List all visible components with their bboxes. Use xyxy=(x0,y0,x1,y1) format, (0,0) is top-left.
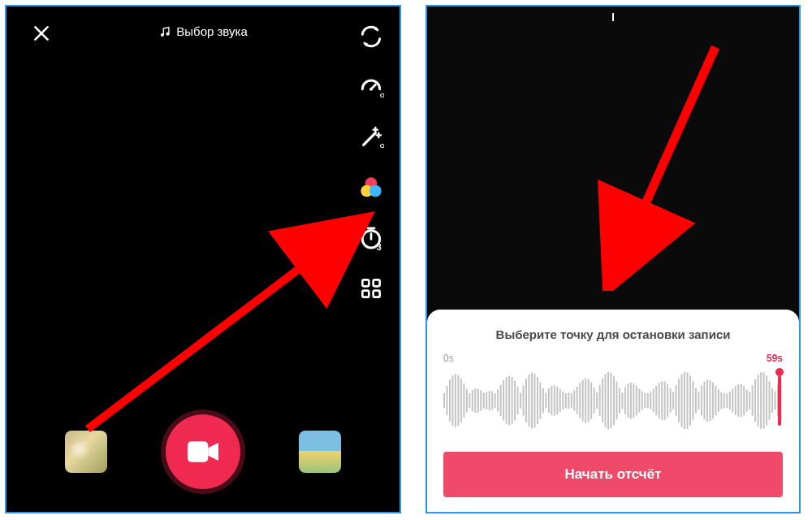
svg-rect-66 xyxy=(577,387,578,414)
svg-rect-50 xyxy=(531,373,533,429)
svg-rect-52 xyxy=(537,377,538,424)
beauty-button[interactable]: OFF xyxy=(357,124,385,151)
svg-rect-123 xyxy=(737,384,739,417)
svg-rect-80 xyxy=(615,381,617,419)
svg-rect-39 xyxy=(500,385,502,417)
svg-rect-109 xyxy=(698,392,700,410)
waveform-start-label: 0s xyxy=(443,353,454,364)
svg-rect-41 xyxy=(506,377,508,423)
svg-rect-55 xyxy=(545,392,546,408)
svg-rect-15 xyxy=(374,291,380,297)
filters-button[interactable] xyxy=(357,174,385,202)
start-countdown-button[interactable]: Начать отсчёт xyxy=(443,452,783,497)
svg-rect-101 xyxy=(676,385,677,416)
svg-rect-83 xyxy=(624,387,626,414)
svg-rect-24 xyxy=(457,375,459,427)
svg-point-0 xyxy=(161,33,164,37)
svg-rect-36 xyxy=(491,392,493,410)
svg-rect-68 xyxy=(582,379,584,421)
svg-rect-127 xyxy=(749,392,750,410)
close-button[interactable] xyxy=(31,23,52,47)
svg-rect-126 xyxy=(746,390,748,412)
svg-rect-117 xyxy=(720,392,722,410)
timer-3s-icon: 3 xyxy=(358,225,384,251)
sound-select-button[interactable]: Выбор звука xyxy=(158,24,247,38)
svg-rect-14 xyxy=(362,291,369,297)
svg-rect-114 xyxy=(712,383,714,419)
svg-rect-31 xyxy=(477,388,479,412)
svg-rect-34 xyxy=(486,392,487,410)
svg-rect-53 xyxy=(539,382,541,418)
svg-rect-38 xyxy=(497,389,499,411)
speed-button[interactable]: OFF xyxy=(357,73,385,101)
timer-button[interactable]: 3 xyxy=(357,224,385,252)
video-camera-icon xyxy=(188,440,218,463)
svg-rect-116 xyxy=(718,389,719,412)
waveform-selector[interactable]: 0s 59s xyxy=(443,353,783,432)
svg-rect-85 xyxy=(630,383,632,419)
svg-rect-51 xyxy=(533,374,535,428)
svg-rect-25 xyxy=(460,379,462,422)
gallery-button[interactable] xyxy=(299,431,341,473)
svg-rect-74 xyxy=(599,385,601,416)
svg-rect-134 xyxy=(769,381,771,419)
svg-rect-22 xyxy=(451,375,453,426)
flip-camera-button[interactable] xyxy=(357,23,385,50)
svg-rect-57 xyxy=(551,386,552,415)
svg-rect-28 xyxy=(469,393,470,408)
svg-point-8 xyxy=(369,185,382,197)
svg-rect-40 xyxy=(503,380,504,420)
svg-rect-111 xyxy=(703,382,705,420)
svg-rect-136 xyxy=(775,391,776,410)
svg-rect-42 xyxy=(508,376,510,426)
svg-rect-75 xyxy=(602,379,603,422)
svg-rect-94 xyxy=(655,386,657,415)
svg-rect-108 xyxy=(695,388,697,414)
svg-rect-26 xyxy=(463,384,464,418)
svg-rect-12 xyxy=(362,280,369,286)
svg-rect-23 xyxy=(455,374,456,427)
svg-rect-59 xyxy=(556,387,558,414)
svg-rect-130 xyxy=(758,375,759,427)
svg-rect-70 xyxy=(588,379,590,422)
svg-rect-81 xyxy=(619,388,620,414)
svg-rect-97 xyxy=(664,381,666,419)
svg-rect-47 xyxy=(523,385,525,415)
svg-rect-84 xyxy=(627,384,628,418)
svg-rect-45 xyxy=(517,387,519,414)
waveform-track[interactable] xyxy=(443,369,783,432)
svg-rect-48 xyxy=(525,379,527,422)
more-grid-icon xyxy=(358,275,384,301)
svg-rect-63 xyxy=(568,392,569,409)
svg-rect-90 xyxy=(644,393,646,408)
svg-rect-87 xyxy=(636,386,637,416)
camera-preview xyxy=(427,6,799,310)
svg-rect-131 xyxy=(760,372,762,429)
svg-rect-72 xyxy=(594,388,595,414)
svg-rect-32 xyxy=(480,390,482,410)
magic-wand-icon: OFF xyxy=(358,124,384,150)
waveform-handle[interactable] xyxy=(778,375,781,426)
svg-rect-79 xyxy=(613,376,615,425)
more-tools-button[interactable] xyxy=(357,275,385,302)
svg-rect-118 xyxy=(723,393,725,408)
effects-button[interactable] xyxy=(65,431,107,473)
svg-rect-124 xyxy=(741,384,742,418)
svg-rect-71 xyxy=(590,382,592,418)
record-button[interactable] xyxy=(166,414,240,489)
countdown-panel: Выберите точку для остановки записи 0s 5… xyxy=(427,310,799,512)
svg-rect-107 xyxy=(693,381,694,420)
svg-rect-110 xyxy=(701,386,702,416)
svg-rect-13 xyxy=(374,280,380,286)
annotation-arrow-right xyxy=(590,39,728,291)
svg-rect-78 xyxy=(611,373,612,429)
svg-rect-86 xyxy=(633,384,634,418)
svg-rect-129 xyxy=(754,379,756,422)
svg-rect-69 xyxy=(585,379,586,423)
svg-rect-56 xyxy=(548,388,550,413)
svg-rect-99 xyxy=(670,388,672,413)
bottom-controls xyxy=(6,414,400,489)
svg-rect-30 xyxy=(474,388,476,413)
svg-rect-133 xyxy=(766,375,767,425)
svg-rect-76 xyxy=(605,374,607,427)
